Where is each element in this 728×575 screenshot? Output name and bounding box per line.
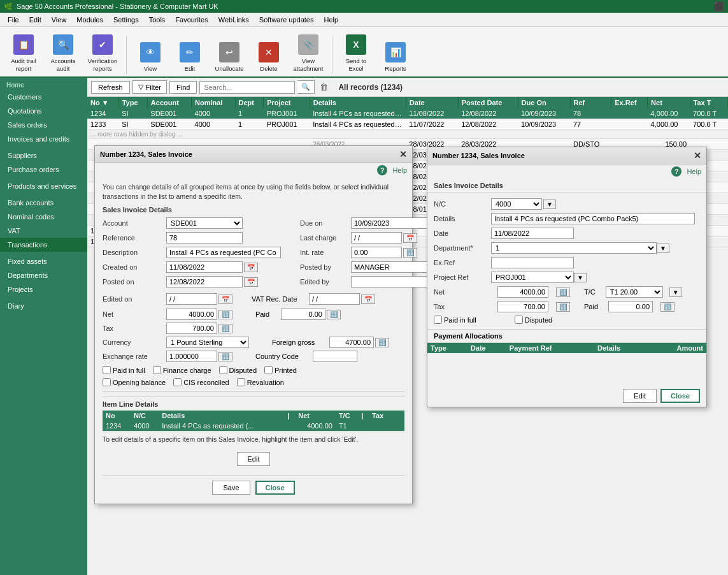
opening-balance-checkbox[interactable] [103,378,111,386]
right-net-btn[interactable]: 🔢 [556,288,570,297]
printed-check[interactable]: Printed [264,366,297,374]
audit-trail-button[interactable]: 📋 Audit trailreport [5,31,42,74]
item-edit-button[interactable]: Edit [237,452,271,466]
view-button[interactable]: 👁 View [132,39,169,74]
right-disputed-check[interactable]: Disputed [515,316,552,324]
right-paid-input[interactable] [608,301,653,312]
right-date-input[interactable] [491,228,574,239]
search-submit-button[interactable]: 🔍 [297,80,315,94]
col-date[interactable]: Date [406,97,458,108]
right-tc-btn[interactable]: ▼ [669,288,682,297]
accounts-audit-button[interactable]: 🔍 Accountsaudit [45,31,82,74]
paid-calc-btn[interactable]: 🔢 [327,310,341,319]
window-controls[interactable]: ⬛ [713,1,724,11]
right-edit-button[interactable]: Edit [623,389,657,403]
col-nominal[interactable]: Nominal [192,97,235,108]
right-exref-input[interactable] [491,257,574,268]
description-input[interactable] [166,247,281,258]
sidebar-item-departments[interactable]: Departments [0,268,87,282]
menu-favourites[interactable]: Favourites [170,15,213,25]
exchange-rate-input[interactable] [166,351,217,362]
col-account[interactable]: Account [147,97,191,108]
sidebar-item-quotations[interactable]: Quotations [0,104,87,118]
right-nc-dropdown-btn[interactable]: ▼ [543,200,556,209]
paid-input[interactable] [281,309,325,320]
col-exref[interactable]: Ex.Ref [611,97,648,108]
finance-charge-check[interactable]: Finance charge [153,366,211,374]
clear-search-button[interactable]: 🗑 [317,82,331,92]
opening-balance-check[interactable]: Opening balance [103,378,166,386]
sidebar-item-invoices[interactable]: Invoices and credits [0,132,87,146]
vat-rec-input[interactable] [309,293,360,305]
sidebar-item-nominal[interactable]: Nominal codes [0,210,87,224]
menu-file[interactable]: File [3,15,24,25]
posted-on-cal-button[interactable]: 📅 [244,277,258,287]
cis-reconciled-checkbox[interactable] [173,378,182,386]
currency-select[interactable]: 1 Pound Sterling [166,337,249,348]
table-row[interactable]: 1234 SI SDE001 4000 1 PROJ001 Install 4 … [87,108,728,119]
right-paid-full-check[interactable]: Paid in full [434,316,476,324]
right-help-label[interactable]: Help [687,168,701,175]
right-dialog-close-button[interactable]: ✕ [694,150,701,161]
edited-by-input[interactable] [351,276,427,288]
filter-button[interactable]: ▽ Filter [132,80,167,94]
reference-input[interactable] [166,232,243,244]
paid-in-full-checkbox[interactable] [103,366,111,374]
int-rate-btn[interactable]: 🔢 [403,248,417,258]
country-code-input[interactable] [313,351,357,362]
paid-in-full-check[interactable]: Paid in full [103,366,145,374]
col-project[interactable]: Project [264,97,310,108]
left-dialog-close-button[interactable]: ✕ [399,149,407,159]
right-tc-select[interactable]: T1 20.00 [606,286,663,298]
reports-button[interactable]: 📊 Reports [377,39,414,74]
tax-input[interactable] [166,323,217,334]
posted-on-input[interactable] [166,276,243,288]
unallocate-button[interactable]: ↩ Unallocate [211,39,248,74]
sidebar-item-products[interactable]: Products and services [0,179,87,193]
sidebar-item-vat[interactable]: VAT [0,224,87,238]
edited-on-cal-button[interactable]: 📅 [218,295,232,304]
right-net-input[interactable] [497,286,548,298]
last-charge-input[interactable] [351,232,402,244]
left-help-icon[interactable]: ? [377,165,387,175]
sidebar-item-diary[interactable]: Diary [0,299,87,313]
sidebar-item-bank[interactable]: Bank accounts [0,196,87,210]
col-type[interactable]: Type [118,97,147,108]
foreign-gross-input[interactable] [329,337,374,348]
net-input[interactable] [166,309,217,320]
disputed-checkbox[interactable] [219,366,227,374]
menu-settings[interactable]: Settings [108,15,144,25]
right-dept-btn[interactable]: ▼ [657,244,669,253]
close-button[interactable]: Close [255,481,295,495]
net-calc-btn[interactable]: 🔢 [218,310,232,319]
tax-calc-btn[interactable]: 🔢 [218,324,232,333]
created-on-input[interactable] [166,261,243,273]
vat-rec-cal-button[interactable]: 📅 [361,295,375,304]
col-details[interactable]: Details [310,97,406,108]
sidebar-home[interactable]: Home [0,78,87,90]
col-dept[interactable]: Dept [235,97,264,108]
col-net[interactable]: Net [648,97,690,108]
edited-on-input[interactable] [166,293,217,305]
menu-edit[interactable]: Edit [24,15,46,25]
sidebar-item-fixed-assets[interactable]: Fixed assets [0,254,87,268]
foreign-gross-btn[interactable]: 🔢 [375,338,389,347]
edit-button[interactable]: ✏ Edit [171,39,208,74]
left-help-label[interactable]: Help [392,166,407,174]
cis-reconciled-check[interactable]: CIS reconciled [173,378,229,386]
col-due-on[interactable]: Due On [518,97,570,108]
revaluation-check[interactable]: Revaluation [237,378,284,386]
menu-weblinks[interactable]: WebLinks [213,15,254,25]
right-paid-btn[interactable]: 🔢 [660,302,674,312]
col-tax[interactable]: Tax T [690,97,727,108]
sidebar-item-suppliers[interactable]: Suppliers [0,149,87,163]
right-details-input[interactable] [491,213,695,224]
right-project-select[interactable]: PROJ001 [491,272,574,283]
menu-tools[interactable]: Tools [144,15,171,25]
left-dialog-title-bar[interactable]: Number 1234, Sales Invoice ✕ [95,146,412,163]
int-rate-input[interactable] [351,247,402,258]
menu-software-updates[interactable]: Software updates [254,15,319,25]
right-paid-full-checkbox[interactable] [434,316,442,324]
col-no[interactable]: No ▼ [87,97,118,108]
menu-view[interactable]: View [46,15,72,25]
